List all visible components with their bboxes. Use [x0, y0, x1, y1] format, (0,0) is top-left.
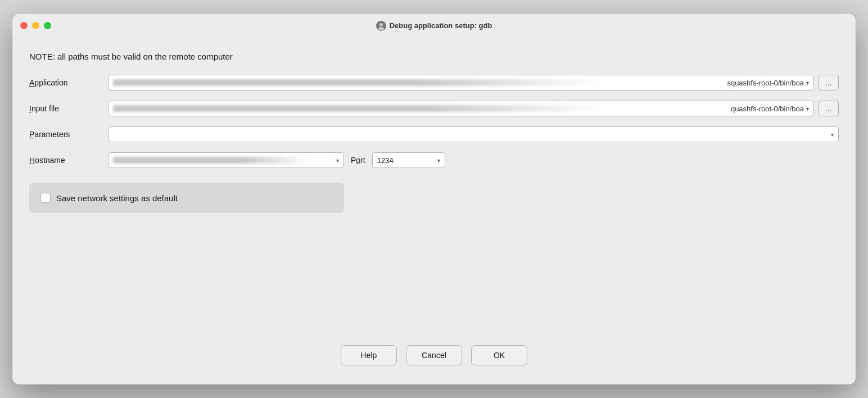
port-chevron-icon: ▾ [437, 157, 440, 164]
svg-point-1 [379, 23, 383, 26]
input-file-label: Input file [29, 104, 108, 113]
window-title: Debug application setup: gdb [390, 21, 492, 30]
hostname-chevron-icon: ▾ [336, 157, 339, 164]
application-input-group: squashfs-root-0/bin/boa ▾ ... [108, 75, 839, 91]
close-button[interactable] [20, 22, 28, 29]
hostname-row: Hostname ▾ Port 1234 ▾ [29, 152, 839, 168]
cancel-button[interactable]: Cancel [406, 345, 462, 365]
port-value: 1234 [377, 156, 435, 165]
input-file-blurred-path [113, 105, 727, 112]
application-row: Application squashfs-root-0/bin/boa ▾ ..… [29, 75, 839, 91]
input-file-input-group: quashfs-root-0/bin/boa ▾ ... [108, 101, 839, 116]
title-container: Debug application setup: gdb [376, 21, 492, 31]
application-label: Application [29, 78, 108, 87]
dialog-content: NOTE: all paths must be valid on the rem… [12, 38, 856, 385]
parameters-chevron-icon: ▾ [831, 132, 834, 138]
application-blurred-path [113, 79, 724, 86]
port-label: Port [351, 156, 365, 165]
hostname-combo[interactable]: ▾ [108, 152, 344, 168]
save-network-settings-area: Save network settings as default [29, 183, 344, 213]
input-file-browse-button[interactable]: ... [819, 101, 839, 116]
application-combo[interactable]: squashfs-root-0/bin/boa ▾ [108, 75, 814, 91]
application-browse-button[interactable]: ... [819, 75, 839, 91]
save-network-checkbox[interactable] [40, 193, 51, 203]
minimize-button[interactable] [32, 22, 39, 29]
window-controls [20, 22, 51, 29]
application-visible-path: squashfs-root-0/bin/boa [727, 79, 804, 87]
gdb-icon-svg [376, 21, 386, 31]
app-icon [376, 21, 386, 31]
input-file-chevron-icon: ▾ [806, 106, 809, 112]
help-button[interactable]: Help [341, 345, 397, 365]
parameters-row: Parameters ▾ [29, 126, 839, 142]
input-file-visible-path: quashfs-root-0/bin/boa [731, 105, 804, 113]
application-chevron-icon: ▾ [806, 80, 809, 86]
parameters-combo[interactable]: ▾ [108, 126, 839, 142]
input-file-row: Input file quashfs-root-0/bin/boa ▾ ... [29, 101, 839, 116]
maximize-button[interactable] [44, 22, 51, 29]
hostname-blurred [113, 157, 331, 164]
ok-button[interactable]: OK [471, 345, 527, 365]
button-row: Help Cancel OK [29, 345, 839, 371]
hostname-input-group: ▾ Port 1234 ▾ [108, 152, 839, 168]
svg-point-2 [378, 27, 384, 30]
parameters-label: Parameters [29, 130, 108, 139]
parameters-input-group: ▾ [108, 126, 839, 142]
input-file-combo[interactable]: quashfs-root-0/bin/boa ▾ [108, 101, 814, 116]
titlebar: Debug application setup: gdb [12, 13, 856, 38]
save-network-label: Save network settings as default [56, 193, 178, 203]
port-combo[interactable]: 1234 ▾ [372, 152, 445, 168]
dialog-window: Debug application setup: gdb NOTE: all p… [12, 13, 856, 385]
note-text: NOTE: all paths must be valid on the rem… [29, 52, 839, 61]
hostname-label: Hostname [29, 156, 108, 165]
